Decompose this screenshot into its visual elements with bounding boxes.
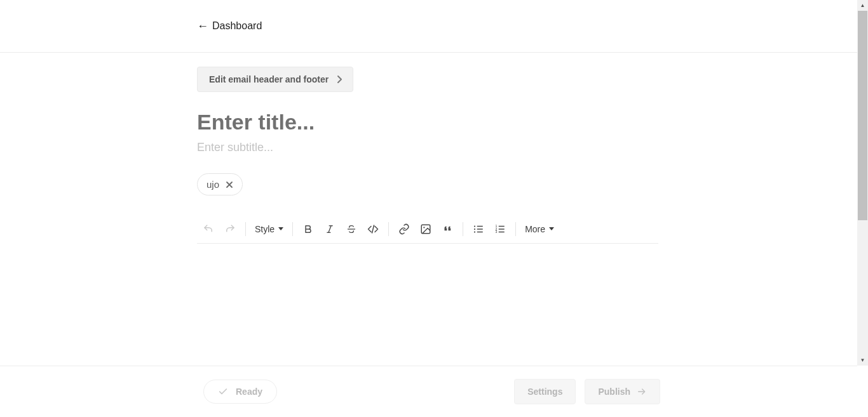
footer-bar: Ready Settings Publish bbox=[0, 366, 857, 417]
tag-label: ujo bbox=[207, 179, 219, 190]
scrollbar-down-icon[interactable]: ▼ bbox=[857, 355, 868, 366]
svg-point-6 bbox=[423, 227, 424, 228]
italic-button[interactable] bbox=[323, 223, 336, 235]
footer-actions: Settings Publish bbox=[514, 379, 660, 404]
strikethrough-button[interactable] bbox=[345, 223, 358, 235]
svg-point-7 bbox=[474, 225, 475, 227]
bullet-list-button[interactable] bbox=[472, 223, 485, 235]
editor-content: Edit email header and footer ujo bbox=[0, 53, 857, 244]
undo-button[interactable] bbox=[202, 223, 215, 235]
redo-button[interactable] bbox=[224, 223, 236, 235]
edit-email-header-label: Edit email header and footer bbox=[209, 74, 329, 84]
top-bar: ← Dashboard bbox=[0, 0, 857, 53]
back-to-dashboard-link[interactable]: ← Dashboard bbox=[197, 20, 262, 32]
back-label: Dashboard bbox=[212, 20, 262, 32]
publish-label: Publish bbox=[598, 387, 630, 397]
caret-down-icon bbox=[278, 227, 283, 230]
quote-button[interactable] bbox=[441, 223, 454, 235]
link-button[interactable] bbox=[398, 223, 410, 235]
chevron-right-icon bbox=[337, 76, 342, 83]
svg-text:3: 3 bbox=[496, 230, 498, 234]
caret-down-icon bbox=[549, 227, 554, 230]
svg-point-9 bbox=[474, 231, 475, 232]
tag-pill[interactable]: ujo bbox=[197, 173, 243, 195]
style-label: Style bbox=[255, 224, 275, 234]
code-button[interactable] bbox=[367, 223, 379, 235]
svg-line-2 bbox=[329, 225, 331, 232]
more-label: More bbox=[525, 224, 545, 234]
scrollbar-thumb[interactable] bbox=[858, 11, 867, 220]
svg-line-4 bbox=[372, 225, 374, 233]
subtitle-input[interactable] bbox=[197, 141, 654, 154]
style-dropdown[interactable]: Style bbox=[255, 224, 283, 234]
settings-label: Settings bbox=[527, 387, 562, 397]
image-button[interactable] bbox=[419, 223, 432, 235]
publish-button[interactable]: Publish bbox=[585, 379, 660, 404]
check-icon bbox=[218, 387, 228, 397]
close-icon[interactable] bbox=[226, 181, 233, 189]
tag-row: ujo bbox=[197, 173, 857, 195]
scrollbar-up-icon[interactable]: ▲ bbox=[857, 0, 868, 11]
edit-email-header-button[interactable]: Edit email header and footer bbox=[197, 67, 353, 92]
title-input[interactable] bbox=[197, 110, 654, 135]
ready-label: Ready bbox=[236, 387, 262, 397]
svg-point-8 bbox=[474, 228, 475, 229]
editor-toolbar: Style bbox=[197, 215, 658, 244]
more-dropdown[interactable]: More bbox=[525, 224, 554, 234]
numbered-list-button[interactable]: 123 bbox=[494, 223, 506, 235]
arrow-left-icon: ← bbox=[197, 20, 208, 32]
ready-status-button[interactable]: Ready bbox=[203, 380, 277, 404]
settings-button[interactable]: Settings bbox=[514, 379, 576, 404]
bold-button[interactable] bbox=[302, 223, 315, 235]
arrow-right-icon bbox=[637, 387, 647, 397]
